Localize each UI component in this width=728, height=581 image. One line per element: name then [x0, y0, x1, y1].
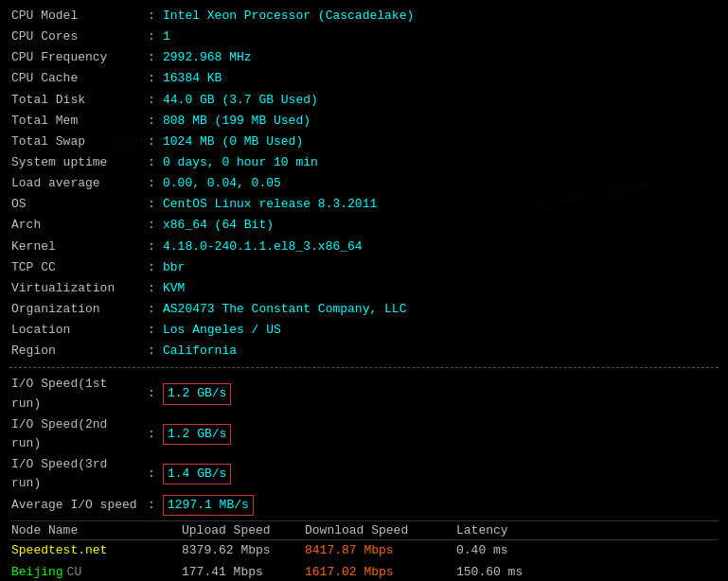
tcp-cc-value: bbr [161, 257, 719, 278]
system-info-table: CPU Model : Intel Xeon Processor (Cascad… [9, 6, 719, 361]
network-section: Node Name Upload Speed Download Speed La… [9, 520, 719, 581]
io-avg-label: Average I/O speed [9, 494, 142, 517]
org-label: Organization [9, 299, 142, 320]
io-avg-box: 1297.1 MB/s [163, 495, 254, 516]
io-run1-box: 1.2 GB/s [163, 383, 231, 404]
total-disk-row: Total Disk : 44.0 GB (3.7 GB Used) [9, 90, 719, 111]
network-row: Speedtest.net8379.62 Mbps8417.87 Mbps0.4… [9, 540, 719, 562]
col-download-speed: Download Speed [305, 523, 456, 537]
org-value: AS20473 The Constant Company, LLC [161, 299, 719, 320]
tcp-cc-label: TCP CC [9, 257, 142, 278]
region-value: California [161, 341, 719, 361]
virt-value: KVM [161, 278, 719, 299]
download-speed: 1617.02 Mbps [305, 563, 456, 581]
upload-speed: 177.41 Mbps [182, 563, 305, 581]
io-run2-label: I/O Speed(2nd run) [9, 414, 142, 454]
total-disk-label: Total Disk [9, 90, 142, 111]
region-row: Region : California [9, 341, 719, 361]
io-table: I/O Speed(1st run) : 1.2 GB/s I/O Speed(… [9, 374, 719, 517]
kernel-row: Kernel : 4.18.0-240.1.1.el8_3.x86_64 [9, 237, 719, 257]
total-swap-label: Total Swap [9, 132, 142, 152]
total-swap-row: Total Swap : 1024 MB (0 MB Used) [9, 132, 719, 152]
location-label: Location [9, 320, 142, 341]
kernel-label: Kernel [9, 237, 142, 257]
io-run3-value: 1.4 GB/s [168, 467, 226, 481]
io-avg-value: 1297.1 MB/s [168, 498, 249, 512]
load-avg-value: 0.00, 0.04, 0.05 [161, 173, 719, 194]
cpu-cache-value: 16384 KB [161, 68, 719, 89]
node-name: BeijingCU [11, 563, 182, 581]
io-run1-value: 1.2 GB/s [168, 386, 226, 400]
tcp-cc-row: TCP CC : bbr [9, 257, 719, 278]
upload-speed: 8379.62 Mbps [182, 541, 305, 561]
download-speed: 8417.87 Mbps [305, 541, 456, 561]
cpu-freq-label: CPU Frequency [9, 47, 142, 68]
uptime-label: System uptime [9, 152, 142, 173]
cpu-cores-label: CPU Cores [9, 26, 142, 47]
cpu-freq-value: 2992.968 MHz [161, 47, 719, 68]
io-run2-row: I/O Speed(2nd run) : 1.2 GB/s [9, 414, 719, 454]
cpu-cache-row: CPU Cache : 16384 KB [9, 68, 719, 89]
uptime-value: 0 days, 0 hour 10 min [161, 152, 719, 173]
cpu-freq-row: CPU Frequency : 2992.968 MHz [9, 47, 719, 68]
cpu-cache-label: CPU Cache [9, 68, 142, 89]
io-run3-row: I/O Speed(3rd run) : 1.4 GB/s [9, 454, 719, 494]
separator-1 [9, 367, 719, 368]
arch-value: x86_64 (64 Bit) [161, 215, 719, 236]
network-row: BeijingCU177.41 Mbps1617.02 Mbps150.60 m… [9, 562, 719, 581]
location-value: Los Angeles / US [161, 320, 719, 341]
total-mem-label: Total Mem [9, 111, 142, 132]
virt-label: Virtualization [9, 278, 142, 299]
io-run1-row: I/O Speed(1st run) : 1.2 GB/s [9, 374, 719, 414]
load-avg-row: Load average : 0.00, 0.04, 0.05 [9, 173, 719, 194]
arch-label: Arch [9, 215, 142, 236]
node-name: Speedtest.net [11, 541, 182, 561]
network-header: Node Name Upload Speed Download Speed La… [9, 520, 719, 540]
latency: 150.60 ms [456, 563, 579, 581]
location-row: Location : Los Angeles / US [9, 320, 719, 341]
cpu-cores-row: CPU Cores : 1 [9, 26, 719, 47]
total-mem-value: 808 MB (199 MB Used) [161, 111, 719, 132]
main-container: 国外服务器评测 www.idcspy.org 国外服务器评测 CPU Model… [0, 0, 728, 581]
node-isp: CU [67, 565, 82, 579]
col-latency: Latency [456, 523, 579, 537]
total-swap-value: 1024 MB (0 MB Used) [161, 132, 719, 152]
io-run2-box: 1.2 GB/s [163, 424, 231, 445]
io-run3-box: 1.4 GB/s [163, 464, 231, 484]
col-node-name: Node Name [11, 523, 182, 537]
os-row: OS : CentOS Linux release 8.3.2011 [9, 194, 719, 215]
cpu-model-value: Intel Xeon Processor (Cascadelake) [161, 6, 719, 26]
cpu-model-label: CPU Model [9, 6, 142, 26]
os-label: OS [9, 194, 142, 215]
load-avg-label: Load average [9, 173, 142, 194]
col-upload-speed: Upload Speed [182, 523, 305, 537]
io-run3-label: I/O Speed(3rd run) [9, 454, 142, 494]
total-disk-value: 44.0 GB (3.7 GB Used) [161, 90, 719, 111]
cpu-cores-value: 1 [161, 26, 719, 47]
region-label: Region [9, 341, 142, 361]
uptime-row: System uptime : 0 days, 0 hour 10 min [9, 152, 719, 173]
kernel-value: 4.18.0-240.1.1.el8_3.x86_64 [161, 237, 719, 257]
io-run1-label: I/O Speed(1st run) [9, 374, 142, 414]
arch-row: Arch : x86_64 (64 Bit) [9, 215, 719, 236]
latency: 0.40 ms [456, 541, 579, 561]
total-mem-row: Total Mem : 808 MB (199 MB Used) [9, 111, 719, 132]
network-rows-container: Speedtest.net8379.62 Mbps8417.87 Mbps0.4… [9, 540, 719, 581]
io-avg-row: Average I/O speed : 1297.1 MB/s [9, 494, 719, 517]
cpu-model-row: CPU Model : Intel Xeon Processor (Cascad… [9, 6, 719, 26]
io-run2-value: 1.2 GB/s [168, 427, 226, 441]
io-section: I/O Speed(1st run) : 1.2 GB/s I/O Speed(… [9, 374, 719, 517]
os-value: CentOS Linux release 8.3.2011 [161, 194, 719, 215]
org-row: Organization : AS20473 The Constant Comp… [9, 299, 719, 320]
virt-row: Virtualization : KVM [9, 278, 719, 299]
